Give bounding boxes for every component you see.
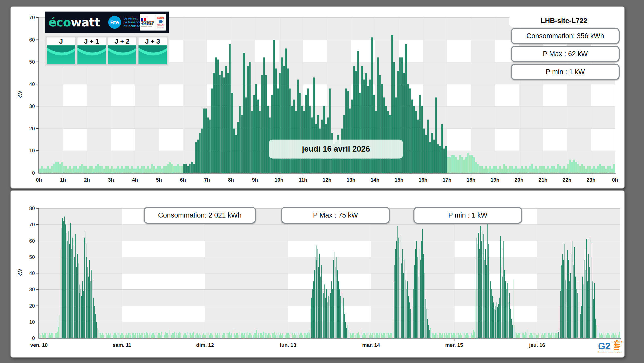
- consumption-bar: [277, 335, 277, 338]
- checker-cell: [447, 40, 471, 62]
- consumption-bar: [63, 166, 65, 173]
- consumption-bar: [289, 89, 291, 173]
- consumption-bar: [533, 333, 533, 338]
- consumption-bar: [199, 333, 200, 338]
- consumption-bar: [421, 106, 423, 173]
- consumption-bar: [137, 166, 139, 173]
- consumption-bar: [603, 333, 603, 338]
- consumption-bar: [597, 166, 599, 173]
- consumption-bar: [517, 335, 518, 338]
- consumption-bar: [229, 44, 231, 173]
- y-tick-mark: [36, 150, 38, 151]
- consumption-bar: [447, 157, 449, 173]
- date-label: jeudi 16 avril 2026: [269, 140, 403, 159]
- consumption-bar: [105, 166, 107, 173]
- consumption-bar: [202, 333, 202, 338]
- consumption-bar: [605, 169, 607, 173]
- consumption-bar: [203, 109, 205, 173]
- consumption-bar: [491, 169, 493, 173]
- consumption-bar: [529, 166, 531, 173]
- consumption-bar: [542, 333, 543, 338]
- consumption-bar: [189, 164, 191, 173]
- consumption-bar: [499, 298, 500, 338]
- consumption-bar: [169, 162, 171, 173]
- forecast-tile-j3[interactable]: J + 3: [138, 37, 167, 65]
- consumption-bar: [513, 169, 515, 173]
- forecast-tile-j1[interactable]: J + 1: [77, 37, 106, 65]
- consumption-bar: [212, 335, 212, 338]
- vertical-gridline: [183, 17, 183, 173]
- forecast-tile-label: J + 3: [138, 37, 167, 45]
- consumption-bar: [363, 80, 365, 173]
- g2e-country: FRANCE: [613, 340, 622, 343]
- consumption-bar: [101, 166, 103, 173]
- consumption-bar: [492, 296, 493, 338]
- consumption-bar: [196, 333, 197, 338]
- consumption-bar: [265, 335, 265, 338]
- consumption-bar: [133, 169, 135, 173]
- consumption-bar: [381, 84, 383, 173]
- checker-cell: [159, 84, 183, 106]
- consumption-bar: [392, 332, 392, 338]
- consumption-bar: [534, 333, 535, 338]
- consumption-bar: [98, 330, 98, 338]
- consumption-bar: [305, 95, 307, 173]
- consumption-bar: [155, 169, 157, 173]
- consumption-bar: [547, 166, 549, 173]
- consumption-bar: [159, 166, 161, 173]
- consumption-bar: [452, 335, 453, 338]
- consumption-bar: [355, 333, 355, 338]
- republique-motto: Liberté Égalité Fraternité: [141, 26, 155, 27]
- consumption-bar: [421, 241, 422, 338]
- consumption-bar: [279, 335, 280, 338]
- consumption-bar: [400, 257, 400, 338]
- x-tick-label: 0h: [600, 177, 630, 183]
- y-tick-mark: [36, 62, 38, 62]
- consumption-bar: [260, 335, 260, 338]
- consumption-bar: [304, 333, 305, 338]
- y-tick-label: 70: [23, 15, 35, 20]
- consumption-bar: [351, 335, 352, 338]
- consumption-bar: [200, 335, 200, 338]
- consumption-bar: [436, 333, 437, 338]
- consumption-bar: [446, 333, 447, 338]
- consumption-bar: [240, 332, 240, 338]
- consumption-bar: [577, 293, 577, 338]
- x-tick-label: dim. 12: [190, 342, 220, 348]
- consumption-bar: [217, 333, 218, 338]
- consumption-bar: [473, 330, 474, 338]
- y-tick-label: 70: [23, 222, 35, 227]
- consumption-bar: [108, 333, 109, 338]
- consumption-bar: [606, 335, 607, 338]
- weekly-consumption-chart[interactable]: 01020304050607080ven. 10sam. 11dim. 12lu…: [39, 208, 620, 338]
- consumption-bar: [369, 80, 371, 173]
- consumption-bar: [279, 333, 279, 338]
- weekly-consumption-stat: Consommation: 2 021 kWh: [144, 207, 256, 224]
- vertical-gridline: [471, 17, 471, 173]
- consumption-bar: [503, 164, 505, 173]
- consumption-bar: [132, 333, 133, 338]
- consumption-bar: [269, 333, 270, 338]
- consumption-bar: [121, 166, 123, 173]
- consumption-bar: [39, 169, 41, 173]
- consumption-bar: [508, 296, 508, 338]
- consumption-bar: [599, 164, 601, 173]
- consumption-bar: [336, 277, 336, 338]
- consumption-bar: [245, 97, 247, 173]
- consumption-bar: [275, 335, 276, 338]
- consumption-bar: [499, 166, 501, 173]
- consumption-bar: [585, 169, 587, 173]
- consumption-bar: [85, 231, 85, 338]
- consumption-bar: [83, 291, 84, 338]
- consumption-bar: [592, 281, 593, 338]
- y-axis: [38, 17, 39, 174]
- daily-pmax-stat: P Max : 62 kW: [511, 46, 620, 62]
- forecast-tile-j2[interactable]: J + 2: [108, 37, 136, 65]
- consumption-bar: [463, 160, 465, 173]
- consumption-bar: [611, 333, 611, 338]
- consumption-bar: [496, 310, 496, 338]
- consumption-bar: [249, 62, 251, 173]
- consumption-bar: [215, 333, 215, 338]
- consumption-bar: [231, 333, 232, 338]
- forecast-tile-j[interactable]: J: [47, 37, 75, 65]
